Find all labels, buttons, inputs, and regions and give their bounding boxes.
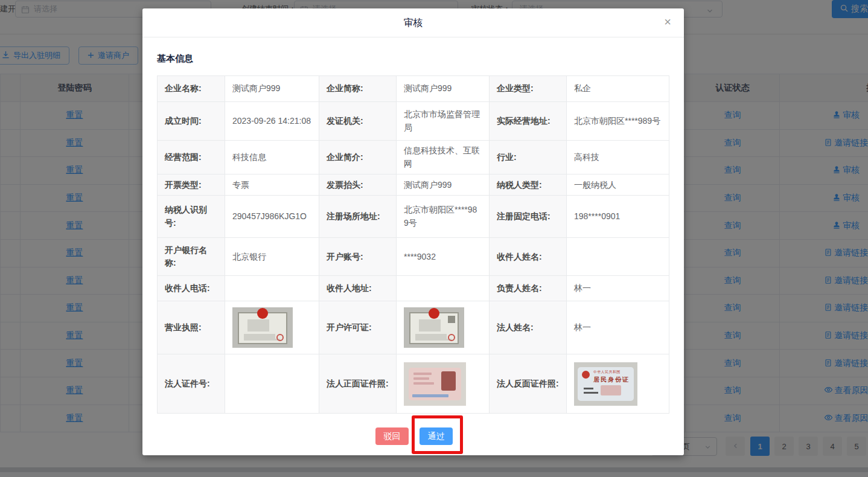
national-emblem-icon <box>582 371 590 379</box>
id-card-front-photo[interactable] <box>404 362 466 406</box>
field-label: 法人证件号: <box>158 354 225 414</box>
section-title-basic-info: 基本信息 <box>157 53 193 65</box>
field-label: 行业: <box>490 141 567 174</box>
field-value: ****9032 <box>397 238 490 276</box>
field-value: 北京市市场监督管理局 <box>397 102 490 141</box>
desc-row: 收件人电话:收件人地址:负责人姓名:林一 <box>158 276 669 301</box>
field-label: 负责人姓名: <box>490 276 567 301</box>
field-label: 实际经营地址: <box>490 102 567 141</box>
field-label: 企业简称: <box>319 76 397 102</box>
modal-header: 审核 × <box>142 8 684 37</box>
id-card-back-photo[interactable]: 中华人民共和国居民身份证 <box>574 362 637 406</box>
field-label: 经营范围: <box>158 141 225 174</box>
field-value: 林一 <box>567 301 669 354</box>
desc-row: 开票类型:专票发票抬头:测试商户999纳税人类型:一般纳税人 <box>158 174 669 196</box>
modal-title: 审核 <box>142 8 684 37</box>
field-label: 发证机关: <box>319 102 397 141</box>
company-info-table: 企业名称:测试商户999企业简称:测试商户999企业类型:私企成立时间:2023… <box>157 75 669 414</box>
field-label: 注册固定电话: <box>490 196 567 238</box>
desc-row: 开户银行名称:北京银行开户账号:****9032收件人姓名: <box>158 238 669 276</box>
field-value: 北京市朝阳区****989号 <box>567 102 669 141</box>
field-value: 测试商户999 <box>397 174 490 196</box>
field-value <box>225 354 319 414</box>
desc-row: 经营范围:科技信息企业简介:信息科技技术、互联网行业:高科技 <box>158 141 669 174</box>
field-label: 企业简介: <box>319 141 397 174</box>
field-value: 北京市朝阳区****989号 <box>397 196 490 238</box>
field-value: 林一 <box>567 276 669 301</box>
field-label: 开户账号: <box>319 238 397 276</box>
desc-row: 成立时间:2023-09-26 14:21:08发证机关:北京市市场监督管理局实… <box>158 102 669 141</box>
field-value: 北京银行 <box>225 238 319 276</box>
field-label: 开票类型: <box>158 174 225 196</box>
field-value: 科技信息 <box>225 141 319 174</box>
field-label: 注册场所地址: <box>319 196 397 238</box>
field-label: 收件人姓名: <box>490 238 567 276</box>
field-label: 企业类型: <box>490 76 567 102</box>
desc-row: 企业名称:测试商户999企业简称:测试商户999企业类型:私企 <box>158 76 669 102</box>
field-label: 开户银行名称: <box>158 238 225 276</box>
account-permit-photo[interactable] <box>404 307 464 348</box>
field-value <box>567 238 669 276</box>
field-value: 测试商户999 <box>397 76 490 102</box>
field-value: 2023-09-26 14:21:08 <box>225 102 319 141</box>
field-label: 营业执照: <box>158 301 225 354</box>
field-value: 私企 <box>567 76 669 102</box>
field-label: 收件人电话: <box>158 276 225 301</box>
field-value: 测试商户999 <box>225 76 319 102</box>
desc-row: 法人证件号:法人正面证件照:法人反面证件照:中华人民共和国居民身份证 <box>158 354 669 414</box>
field-value: 高科技 <box>567 141 669 174</box>
field-value: 一般纳税人 <box>567 174 669 196</box>
field-value: 290457J986KJG1O <box>225 196 319 238</box>
desc-row: 纳税人识别号:290457J986KJG1O注册场所地址:北京市朝阳区****9… <box>158 196 669 238</box>
field-value <box>225 276 319 301</box>
field-label: 纳税人识别号: <box>158 196 225 238</box>
field-label: 法人反面证件照: <box>490 354 567 414</box>
field-label: 企业名称: <box>158 76 225 102</box>
field-value <box>397 276 490 301</box>
merchant-review-page: 创建开始时间： 请选择 创建结束时间： 请选择 审核状态： 请选择 搜索 导出入 <box>0 0 868 477</box>
review-modal: 审核 × 基本信息 企业名称:测试商户999企业简称:测试商户999企业类型:私… <box>142 8 684 455</box>
field-value: 198****0901 <box>567 196 669 238</box>
field-label: 开户许可证: <box>319 301 397 354</box>
field-label: 法人正面证件照: <box>319 354 397 414</box>
field-label: 法人姓名: <box>490 301 567 354</box>
field-label: 成立时间: <box>158 102 225 141</box>
field-label: 收件人地址: <box>319 276 397 301</box>
business-license-photo[interactable] <box>232 307 293 348</box>
approve-button[interactable]: 通过 <box>420 427 453 445</box>
desc-table-body: 企业名称:测试商户999企业简称:测试商户999企业类型:私企成立时间:2023… <box>158 76 669 414</box>
field-label: 发票抬头: <box>319 174 397 196</box>
desc-row: 营业执照:开户许可证:法人姓名:林一 <box>158 301 669 354</box>
field-value: 专票 <box>225 174 319 196</box>
reject-button[interactable]: 驳回 <box>375 427 409 445</box>
field-label: 纳税人类型: <box>490 174 567 196</box>
close-icon[interactable]: × <box>661 15 674 28</box>
field-value: 信息科技技术、互联网 <box>397 141 490 174</box>
